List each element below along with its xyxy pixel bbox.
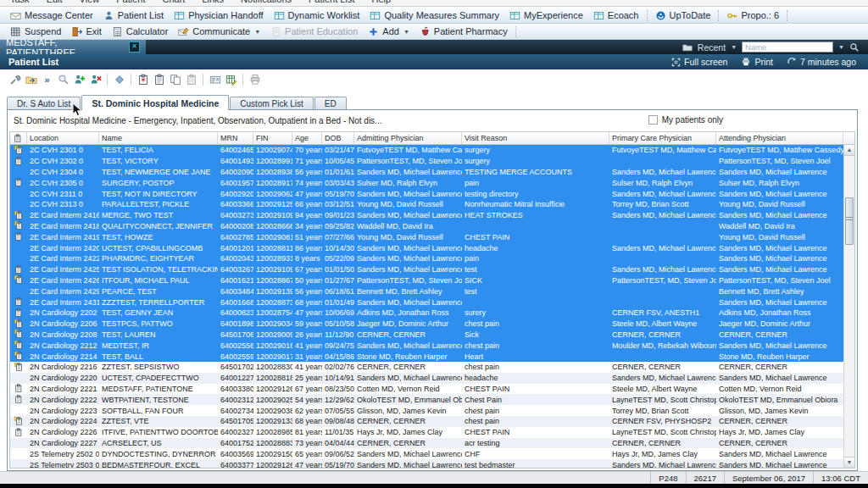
menu-item[interactable]: Task	[10, 0, 30, 6]
paste-gray-icon[interactable]	[183, 72, 199, 87]
wrench-icon[interactable]	[7, 72, 23, 87]
my-patients-only[interactable]: My patients only	[648, 115, 723, 125]
table-row[interactable]: 2N Cardiology 2202 0TEST, GENNY JEAN6400…	[10, 308, 843, 319]
table-row[interactable]: 2N Cardiology 2212 0MEDTEST, IR640025561…	[10, 340, 843, 351]
communicate-button[interactable]: Communicate▼	[173, 25, 265, 39]
person-add-icon[interactable]	[71, 72, 87, 87]
cell-fin: 1200290174	[253, 351, 292, 362]
table-row[interactable]: 2C CVH 2302 0TEST, VICTORY64001493120028…	[10, 156, 843, 167]
column-header-name[interactable]: Name	[99, 132, 218, 144]
vertical-scrollbar[interactable]: ▲ ▼	[843, 145, 854, 468]
message-center-button[interactable]: Message Center	[5, 8, 98, 23]
table-row[interactable]: 2E Card Interm 2418 0QUALITYCONNECT, JEN…	[10, 221, 843, 232]
table-row[interactable]: 2N Cardiology 2214 0TEST, BALL6400255912…	[10, 351, 843, 362]
physician-handoff-button[interactable]: Physician Handoff	[169, 8, 268, 23]
quality-measures-summary-button[interactable]: Quality Measures Summary	[364, 8, 504, 23]
menu-item[interactable]: Notifications	[241, 0, 292, 6]
chevrons-icon[interactable]: »	[39, 72, 55, 87]
column-header-visit-reason[interactable]: Visit Reason	[462, 132, 609, 144]
table-row[interactable]: 2E Card Interm 2426 0ITFOUR, MICHAEL PAU…	[10, 275, 843, 286]
ecoach-button[interactable]: Ecoach	[588, 8, 644, 23]
patient-tab[interactable]: MEDSTAFF, PATIENTTHREE ✕	[0, 40, 146, 54]
refresh-button[interactable]: 7 minutes ago	[787, 57, 856, 67]
column-header-attending-physician[interactable]: Attending Physician	[716, 132, 843, 144]
tab-st-dominic-hospital-medicine[interactable]: St. Dominic Hospital Medicine	[81, 95, 229, 110]
column-header-location[interactable]: Location	[27, 132, 99, 144]
scroll-up-icon[interactable]: ▲	[844, 145, 854, 156]
table-row[interactable]: 2C CVH 2305 0SURGERY, POSTOP640019571200…	[10, 177, 843, 188]
table-row[interactable]: 2N Cardiology 2224 0ZZTEST, VTE645017053…	[10, 416, 843, 427]
propo-6-button[interactable]: Propo.: 6	[721, 8, 784, 23]
add-button[interactable]: Add▼	[363, 25, 415, 39]
scroll-thumb[interactable]	[845, 197, 854, 245]
table-row[interactable]: 2E Card Interm 2416 0MERGE, TWO TEST6400…	[10, 210, 843, 221]
scroll-down-icon[interactable]: ▼	[844, 457, 854, 468]
table-row[interactable]: 2E Card Interm 2419 0TEST, HOWZE64002785…	[10, 231, 843, 242]
table-row[interactable]: 2C CVH 2301 0TEST, FELICIA64002465120029…	[10, 145, 843, 156]
recent-dropdown-icon[interactable]: ▼	[731, 44, 737, 50]
column-header-mrn[interactable]: MRN	[218, 132, 253, 144]
table-row[interactable]: 2N Cardiology 2216 0ZZTEST, SEPSISTWO645…	[10, 362, 843, 373]
full-screen-button[interactable]: Full screen	[671, 57, 727, 67]
menu-item[interactable]: View	[80, 0, 100, 6]
menu-item[interactable]: Patient List	[309, 0, 354, 6]
uptodate-button[interactable]: UpToDate	[650, 8, 716, 23]
printer-gray-icon[interactable]	[247, 72, 263, 87]
table-row[interactable]: 2N Cardiology 2227 0ACRSELECT, US6400175…	[10, 438, 843, 449]
cell-location: 2N Cardiology 2222 0	[27, 394, 99, 405]
my-patients-checkbox[interactable]	[648, 115, 658, 125]
column-header-admitting-physician[interactable]: Admitting Physician	[354, 132, 462, 144]
clipboard-plain-icon[interactable]	[151, 72, 167, 87]
table-row[interactable]: 2C CVH 2311 0TEST, NOT IN DIRECTORY64002…	[10, 188, 843, 199]
menu-item[interactable]: Edit	[47, 0, 63, 6]
menu-items[interactable]: TaskEditViewPatientChartLinksNotificatio…	[0, 0, 868, 6]
table-row[interactable]: 2N Cardiology 2208 0TEST, LAUREN64501706…	[10, 330, 843, 341]
card-icon[interactable]	[207, 72, 223, 87]
patient-search-input[interactable]	[742, 42, 833, 53]
magnifier-gray-icon[interactable]	[55, 72, 71, 87]
recent-button[interactable]: Recent	[698, 42, 726, 53]
table-row[interactable]: 2C CVH 2313 0PARALLELTEST, PICKLE6400336…	[10, 199, 843, 210]
menu-item[interactable]: Help	[371, 0, 391, 6]
table-row[interactable]: 2E Card Interm 2429 0PEARCE, TEST6400348…	[10, 286, 843, 297]
table-row[interactable]: 2N Cardiology 2221 0MEDSTAFF, PATIENTONE…	[10, 384, 843, 395]
menu-item[interactable]: Chart	[163, 0, 186, 6]
column-header-dob[interactable]: DOB	[322, 132, 354, 144]
table-row[interactable]: 2E Card Interm 2431 0ZZZTEST, TERRELLPOR…	[10, 297, 843, 308]
tab-custom-pick-list[interactable]: Custom Pick List	[230, 97, 313, 110]
search-dropdown-icon[interactable]: ▼	[838, 44, 844, 50]
column-header-primary-care-physician[interactable]: Primary Care Physician	[609, 132, 716, 144]
tab-ed[interactable]: ED	[314, 97, 347, 110]
folder-export-icon[interactable]	[23, 72, 39, 87]
table-row[interactable]: 2N Cardiology 2206 0TESTPCS, PATTWO64001…	[10, 319, 843, 330]
table-edit-icon[interactable]	[223, 72, 239, 87]
copy-icon[interactable]	[167, 72, 183, 87]
table-row[interactable]: 2E Card Interm 2422 0PHARMDRC, EIGHTYEAR…	[10, 253, 843, 264]
menu-item[interactable]: Patient	[116, 0, 145, 6]
patient-list-button[interactable]: Patient List	[98, 8, 169, 23]
table-row[interactable]: 2C CVH 2304 0TEST, NEWMERGE ONE JANE6400…	[10, 167, 843, 178]
table-row[interactable]: 2N Cardiology 2222 0WBTPATIENT, TESTONE6…	[10, 394, 843, 405]
table-row[interactable]: 2N Cardiology 2223 0SOFTBALL, FAN FOUR64…	[10, 405, 843, 416]
table-row[interactable]: 2N Cardiology 2220 0UCTEST, CPADEFECTTWO…	[10, 373, 843, 384]
column-header-fin[interactable]: FIN	[253, 132, 292, 144]
table-row[interactable]: 2E Card Interm 2425 0TEST ISOLATION, TEL…	[10, 264, 843, 275]
table-row[interactable]: 2S Telemetry 2502 0DYNDOCTESTING, DYNERR…	[10, 448, 843, 459]
menu-item[interactable]: Links	[202, 0, 224, 6]
person-remove-icon[interactable]	[87, 72, 103, 87]
diamond-icon[interactable]	[111, 72, 127, 87]
tab-dr-s-auto-list[interactable]: Dr. S Auto List	[7, 97, 81, 110]
close-icon[interactable]: ✕	[129, 42, 140, 53]
table-row[interactable]: 2N Cardiology 2226 0ITFIVE, PATIENTTWO D…	[10, 427, 843, 438]
dynamic-worklist-button[interactable]: Dynamic Worklist	[269, 8, 365, 23]
clipboard-red-icon[interactable]	[135, 72, 151, 87]
table-row[interactable]: 2S Telemetry 2503 0BEDMASTERFOUR, EXCEL6…	[10, 459, 843, 468]
column-header-age[interactable]: Age	[292, 132, 322, 144]
print-button[interactable]: Print	[741, 57, 773, 67]
patient-pharmacy-button[interactable]: Patient Pharmacy	[415, 25, 513, 39]
patient-education-button[interactable]: Patient Education	[265, 25, 363, 39]
myexperience-button[interactable]: MyExperience	[504, 8, 588, 23]
search-icon[interactable]	[849, 42, 860, 53]
cell-admitting: Sanders MD, Michael Lawrence	[354, 210, 462, 221]
table-row[interactable]: 2E Card Interm 2420 0UCTEST, CPABILLINGC…	[10, 242, 843, 253]
